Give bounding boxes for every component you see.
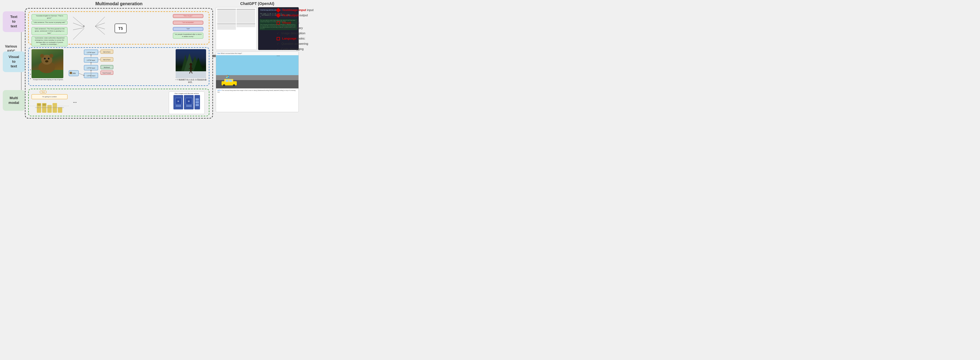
legend-paper-summary-label: Paper summary (281, 26, 303, 30)
prompt-3: "stsb sentence1: The rhino grazed on the… (32, 27, 67, 35)
taxi-image-area: 🏄 (216, 55, 299, 89)
svg-line-5 (95, 23, 105, 26)
svg-line-4 (95, 17, 105, 26)
svg-line-3 (73, 29, 84, 40)
svg-point-12 (49, 54, 53, 58)
t5-arrows (70, 12, 115, 45)
legend-qa-label: Question answering (281, 42, 308, 45)
multimodal-label-box: Multi modal (3, 90, 25, 111)
square-icon-2 (277, 37, 280, 40)
legend-image-description-label: Image description (281, 32, 305, 35)
svg-text:LSTM layer: LSTM layer (87, 67, 95, 69)
diamond-icon-2 (276, 13, 281, 18)
svg-text:CNN: CNN (72, 72, 75, 75)
svg-line-6 (95, 26, 105, 29)
legend-dots: ... (277, 52, 325, 57)
svg-line-37 (98, 59, 101, 60)
prompt-4: "summarize: state authorities dispatched… (32, 36, 67, 46)
atari-box: Atari images and discrete actions ⊕ (169, 92, 205, 114)
main-container: Various AIGC Multimodal generation Text … (0, 0, 326, 120)
check-icon-3: ✓ (277, 42, 279, 46)
check-icon-2: ✓ (277, 32, 279, 35)
lstm-diagram: CNN LSTM layer LSTM layer LSTM layer LST… (67, 48, 123, 84)
svg-rect-57 (229, 79, 232, 82)
svg-text:Multihead: Multihead (104, 67, 110, 68)
output-2: "not acceptable" (173, 21, 203, 25)
visual-section: A large brown bear laying on top of gras… (28, 47, 209, 86)
legend-text-image-label: Text/Image input (282, 8, 306, 12)
legend-code-debug-label: Code debugging (281, 47, 304, 51)
multi-section: Text I'm going to London (28, 89, 209, 116)
vertical-dots: ··· (30, 68, 31, 81)
svg-text:LSTM layer: LSTM layer (87, 52, 95, 53)
taxi-car-svg (220, 78, 238, 86)
lstm-svg: CNN LSTM layer LSTM layer LSTM layer LST… (67, 48, 123, 84)
legend-tasks-label-1: tasks: (292, 21, 300, 24)
visual-to-text-box: Visual to text (3, 51, 25, 72)
bear-caption: A large brown bear laying on top of gras… (30, 79, 66, 80)
multimodal-section: Multimodal generation Text to text Visua… (25, 2, 213, 117)
check-icon-4: ✓ (277, 47, 279, 51)
svg-point-15 (45, 60, 48, 62)
legend-language-label: Language (282, 37, 296, 40)
svg-text:Feed Forward: Feed Forward (102, 72, 111, 74)
svg-line-35 (78, 73, 84, 75)
svg-point-14 (48, 58, 49, 59)
going-to-london: I'm going to London (32, 94, 67, 99)
output-4: "six people hospitalized after a storm i… (173, 33, 203, 39)
legend-section: Text/Image input input Text output outpu… (277, 8, 325, 57)
paper-col-1 (217, 9, 236, 49)
multimodal-title: Multimodal generation (25, 2, 213, 6)
legend-text-output: Text output output (277, 14, 325, 17)
check-icon-1: ✓ (277, 26, 279, 30)
legend-visual-tasks: Visual tasks: (277, 21, 325, 25)
legend-language-tasks: Language tasks: (277, 37, 325, 40)
legend-tasks-label-2: tasks: (298, 37, 305, 40)
forest-caption: 一个戴着帽子的人站在 白雪皑皑的森林里。 (174, 79, 207, 84)
svg-text:Add & Norm: Add & Norm (103, 51, 110, 53)
text-section: "translate English to German: 'That is g… (28, 11, 209, 44)
output-1: "Das ist gut." (173, 14, 203, 18)
output-3: "3.8" (173, 27, 203, 31)
svg-point-46 (189, 63, 192, 66)
svg-line-2 (73, 28, 84, 30)
t5-box: T5 (115, 24, 127, 33)
paper-col-2 (237, 9, 255, 49)
legend-question-answering: ✓ Question answering (277, 42, 325, 46)
text-to-text-box: Text to text (3, 11, 25, 32)
multi-text-label: Text (40, 90, 46, 94)
taxi-car (220, 78, 238, 86)
chatgpt-title: ChatGPT (OpenAI) (216, 2, 299, 6)
svg-line-0 (73, 17, 84, 26)
legend-output-suffix: output (299, 14, 308, 17)
forest-image (176, 49, 206, 78)
diamond-icon-1 (276, 8, 281, 13)
prompt-1: "translate English to German: 'That is g… (32, 14, 67, 20)
taxi-gpt-response: GPT-4 The unusual thing about this image… (216, 89, 299, 94)
svg-line-36 (98, 52, 101, 52)
svg-rect-56 (226, 79, 229, 82)
svg-point-11 (40, 54, 44, 58)
forest-svg (176, 49, 206, 78)
atari-title: Atari images and discrete actions (170, 92, 204, 94)
bear-image (32, 49, 63, 78)
gpt4-response: GPT-4 The InstructGPT paper focuses on t… (217, 49, 255, 50)
images-label: Images, proprioception and continuous ac… (30, 106, 69, 108)
legend-text-image-input: Text/Image input input (277, 8, 325, 12)
person-on-taxi: 🏄 (226, 75, 229, 78)
svg-text:LSTM layer: LSTM layer (87, 59, 95, 61)
svg-point-13 (44, 58, 46, 59)
multimodal-outer-box: Text to text Visual to text Multi modal … (25, 8, 213, 119)
legend-code-debugging: ✓ Code debugging (277, 47, 325, 51)
svg-rect-47 (190, 66, 192, 71)
legend-input-label: input (307, 8, 313, 12)
paper-screenshot: GPT-4 The InstructGPT paper focuses on t… (216, 7, 257, 50)
svg-rect-18 (70, 72, 72, 74)
prompt-2: "cola sentence: The course is jumping we… (32, 21, 67, 25)
legend-image-description: ✓ Image description (277, 32, 325, 35)
svg-rect-45 (176, 71, 206, 78)
bear-svg (32, 49, 63, 78)
paper-columns (217, 9, 255, 49)
taxi-screenshot: User What is unusual about this image? (216, 51, 299, 112)
legend-paper-summary: ✓ Paper summary (277, 26, 325, 30)
